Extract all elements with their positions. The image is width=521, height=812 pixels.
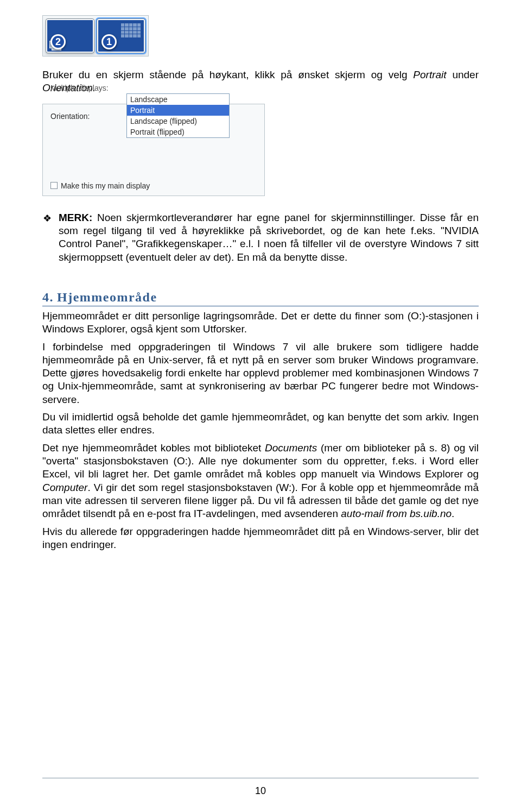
monitor-number-badge: 1 (101, 34, 117, 49)
orientation-option[interactable]: Landscape (flipped) (127, 116, 229, 127)
heading-hjemmeomraade: 4.Hjemmeområde (42, 290, 479, 306)
diamond-bullet-icon: ❖ (42, 212, 52, 264)
orientation-option[interactable]: Portrait (127, 105, 229, 116)
main-display-checkbox[interactable] (50, 182, 58, 189)
paragraph: Hjemmeområdet er ditt personlige lagring… (42, 310, 479, 336)
footer-rule (42, 778, 479, 778)
orientation-label: Orientation: (50, 112, 126, 121)
note-block: ❖ MERK: Noen skjermkortleverandører har … (42, 211, 479, 264)
monitor-number-badge: 2 (50, 34, 66, 49)
page-number: 10 (0, 785, 521, 797)
paragraph: Det nye hjemmeområdet kobles mot bibliot… (42, 442, 479, 521)
main-display-checkbox-label: Make this my main display (61, 181, 150, 190)
orientation-option[interactable]: Landscape (127, 94, 229, 105)
monitor-selection-figure: 2 1 (42, 15, 149, 56)
paragraph: Hvis du allerede før oppgraderingen hadd… (42, 525, 479, 552)
multiple-displays-label: Multiple displays: (50, 84, 126, 92)
paragraph: Du vil imidlertid også beholde det gamle… (42, 411, 479, 437)
orientation-option[interactable]: Portrait (flipped) (127, 127, 229, 137)
monitor-2-thumbnail: 2 (46, 19, 94, 53)
monitor-1-thumbnail: 1 (97, 19, 145, 53)
orientation-panel-figure: Orientation: Landscape ▼ Multiple displa… (42, 104, 265, 196)
note-text: MERK: Noen skjermkortleverandører har eg… (59, 211, 479, 264)
orientation-dropdown-list: Landscape Portrait Landscape (flipped) P… (126, 93, 230, 138)
paragraph: I forbindelse med oppgraderingen til Win… (42, 341, 479, 407)
